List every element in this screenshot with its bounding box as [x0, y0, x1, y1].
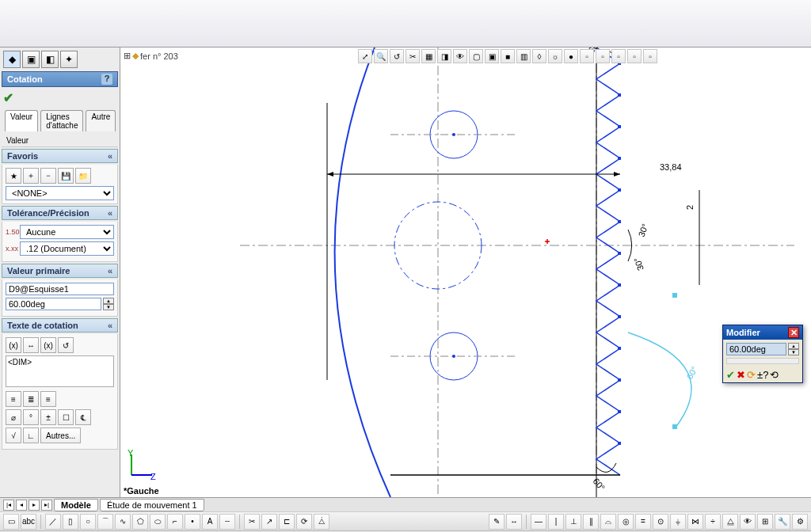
sym-pm-icon[interactable]: ± — [40, 409, 56, 425]
sketch-canvas[interactable]: 33,84 2 30° 30° 60° 60° 60° — [120, 48, 811, 497]
fav-save-icon[interactable]: 💾 — [58, 168, 74, 184]
more4-icon[interactable]: ▫ — [627, 49, 642, 63]
rect-icon[interactable]: ▯ — [63, 514, 78, 530]
repair-icon[interactable]: 🔧 — [775, 514, 790, 530]
arc-icon[interactable]: ⌒ — [97, 514, 113, 530]
dimtext-header[interactable]: Texte de cotation « — [2, 318, 118, 332]
prev-view-icon[interactable]: ↺ — [390, 49, 404, 63]
rel-fix-icon[interactable]: ⏚ — [670, 514, 686, 530]
rel-sym-icon[interactable]: ⧋ — [722, 514, 738, 530]
more5-icon[interactable]: ▫ — [643, 49, 657, 63]
flyout-tree[interactable]: ⊞ ◆ fer n° 203 — [124, 51, 178, 61]
perspective-icon[interactable]: ◊ — [532, 49, 546, 63]
rel-para-icon[interactable]: ∥ — [583, 514, 599, 530]
reverse-icon[interactable]: ±? — [757, 369, 768, 381]
fillet-icon[interactable]: ⌐ — [167, 514, 183, 530]
tolerance-header[interactable]: Tolérance/Précision « — [2, 206, 118, 220]
centerline-icon[interactable]: ╌ — [219, 514, 235, 530]
tab-nav-next-icon[interactable]: ▸ — [29, 500, 40, 511]
scene-icon[interactable]: ☼ — [548, 49, 562, 63]
spline-icon[interactable]: ∿ — [115, 514, 131, 530]
txt-reset-icon[interactable]: ↺ — [58, 337, 74, 353]
modify-value-input[interactable] — [726, 343, 786, 355]
txt-right-icon[interactable]: (x) — [40, 337, 56, 353]
view-orient-icon[interactable]: ▦ — [421, 49, 436, 63]
circle-icon[interactable]: ○ — [80, 514, 96, 530]
chevron-up-icon[interactable]: « — [108, 208, 112, 218]
align-r-icon[interactable]: ≡ — [40, 391, 56, 407]
tab-nav-first-icon[interactable]: |◂ — [3, 500, 14, 511]
rel-conc-icon[interactable]: ◎ — [618, 514, 634, 530]
more1-icon[interactable]: ▫ — [580, 49, 594, 63]
smart-dim-icon[interactable]: ↔ — [506, 514, 522, 530]
align-c-icon[interactable]: ≣ — [23, 391, 39, 407]
sketch-btn-icon[interactable]: ✎ — [489, 514, 504, 530]
tab-motion[interactable]: Étude de mouvement 1 — [100, 499, 204, 511]
fav-del-icon[interactable]: － — [40, 168, 56, 184]
text-icon[interactable]: A — [202, 514, 218, 530]
help-icon[interactable]: ? — [101, 74, 112, 85]
favoris-select[interactable]: <NONE> — [6, 186, 114, 200]
zoom-fit-icon[interactable]: ⤢ — [358, 49, 372, 63]
precision-select[interactable]: .12 (Document) — [20, 241, 114, 256]
chevron-up-icon[interactable]: « — [108, 151, 112, 161]
dimtext-box[interactable] — [6, 355, 114, 387]
primary-header[interactable]: Valeur primaire « — [2, 264, 118, 278]
chevron-up-icon[interactable]: « — [108, 321, 112, 330]
rel-midpt-icon[interactable]: ÷ — [705, 514, 721, 530]
chevron-up-icon[interactable]: « — [108, 266, 112, 276]
rel-horiz-icon[interactable]: — — [531, 514, 546, 530]
display-rel-icon[interactable]: 👁 — [740, 514, 756, 530]
tab-nav-last-icon[interactable]: ▸| — [41, 500, 52, 511]
tab-nav-prev-icon[interactable]: ◂ — [16, 500, 27, 511]
dim-value-input[interactable] — [6, 298, 101, 310]
dim-name-input[interactable] — [6, 283, 114, 295]
tab-lignes[interactable]: Lignes d'attache — [40, 110, 83, 131]
dimxpert-tab-icon[interactable]: ✦ — [60, 51, 78, 68]
spin-down-icon[interactable]: ▼ — [103, 304, 114, 310]
extend-icon[interactable]: ↗ — [261, 514, 277, 530]
fav-apply-icon[interactable]: ★ — [6, 168, 21, 184]
spell-icon[interactable]: abc — [21, 514, 36, 530]
rel-tan-icon[interactable]: ⌓ — [600, 514, 616, 530]
shaded-edges-icon[interactable]: ▣ — [485, 49, 499, 63]
more-symbols-button[interactable]: Autres... — [40, 428, 81, 443]
reset-icon[interactable]: ⟲ — [770, 369, 779, 381]
rel-equal-icon[interactable]: = — [635, 514, 651, 530]
select-icon[interactable]: ▭ — [3, 514, 19, 530]
graphics-area[interactable]: ⊞ ◆ fer n° 203 ⤢ 🔍 ↺ ✂ ▦ ◨ 👁 ▢ ▣ ■ ▥ ◊ ☼… — [120, 48, 811, 497]
tab-autre[interactable]: Autre — [86, 110, 116, 131]
spin-down-icon[interactable]: ▼ — [788, 349, 799, 355]
ellipse-icon[interactable]: ⬭ — [150, 514, 166, 530]
tab-valeur[interactable]: Valeur — [5, 110, 38, 131]
appearance-icon[interactable]: ● — [564, 49, 578, 63]
rel-merge-icon[interactable]: ⋈ — [687, 514, 703, 530]
modify-slider[interactable] — [726, 358, 799, 364]
trim-icon[interactable]: ✂ — [244, 514, 260, 530]
rel-coinc-icon[interactable]: ⊙ — [653, 514, 668, 530]
ok-icon[interactable]: ✔ — [726, 369, 735, 381]
spin-up-icon[interactable]: ▲ — [103, 298, 114, 304]
config-tab-icon[interactable]: ◧ — [41, 51, 59, 68]
convert-icon[interactable]: ⟳ — [296, 514, 312, 530]
expand-icon[interactable]: ⊞ — [124, 51, 131, 61]
align-l-icon[interactable]: ≡ — [6, 391, 21, 407]
rebuild-icon[interactable]: ⟳ — [747, 369, 756, 381]
sym-cl-icon[interactable]: ℄ — [75, 409, 91, 425]
shadow-icon[interactable]: ▥ — [516, 49, 531, 63]
shaded-icon[interactable]: ■ — [501, 49, 515, 63]
zoom-area-icon[interactable]: 🔍 — [374, 49, 388, 63]
cancel-icon[interactable]: ✖ — [737, 369, 745, 381]
fav-add-icon[interactable]: ＋ — [23, 168, 39, 184]
tolerance-type-select[interactable]: Aucune — [20, 225, 114, 239]
quick-snap-icon[interactable]: ⊞ — [757, 514, 773, 530]
spin-up-icon[interactable]: ▲ — [788, 343, 799, 349]
sym-more2-icon[interactable]: ∟ — [23, 428, 39, 443]
modify-dialog[interactable]: Modifier ✕ ▲▼ ✔ ✖ ⟳ ±? ⟲ — [722, 325, 803, 383]
display-style-icon[interactable]: ◨ — [437, 49, 451, 63]
mirror-icon[interactable]: ⧊ — [314, 514, 329, 530]
more2-icon[interactable]: ▫ — [596, 49, 610, 63]
feature-manager-tab-icon[interactable]: ◆ — [3, 51, 21, 68]
rel-perp-icon[interactable]: ⊥ — [565, 514, 581, 530]
hide-show-icon[interactable]: 👁 — [453, 49, 467, 63]
